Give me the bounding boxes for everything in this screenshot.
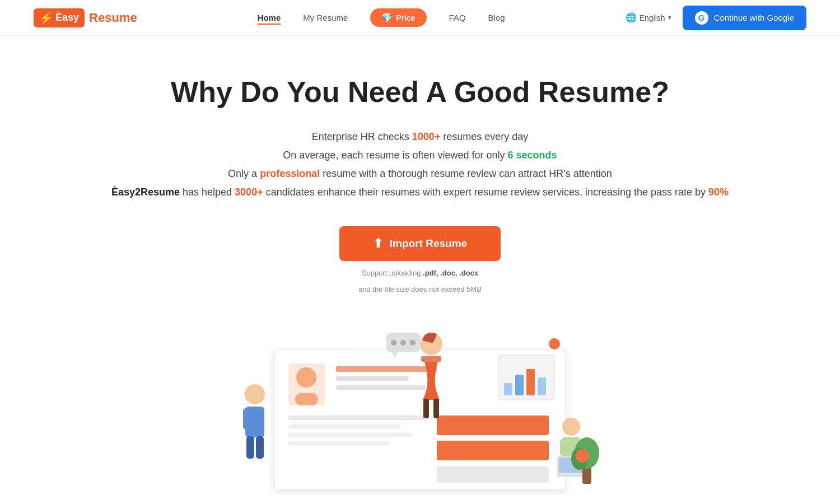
stat-line-2: On average, each resume is often viewed …	[283, 150, 557, 161]
import-btn-label: Import Resume	[390, 237, 467, 250]
svg-rect-18	[538, 377, 546, 395]
nav-item-faq[interactable]: FAQ	[449, 13, 466, 23]
svg-rect-16	[515, 375, 524, 395]
svg-rect-6	[336, 385, 426, 390]
svg-rect-21	[243, 408, 251, 430]
svg-point-40	[400, 340, 406, 346]
translate-icon: 🌐	[626, 12, 637, 23]
price-label: Price	[396, 13, 415, 22]
stat2-highlight: 6 seconds	[508, 150, 557, 161]
nav-item-blog[interactable]: Blog	[488, 13, 505, 23]
language-label: English	[640, 13, 665, 22]
stat4-h2: 90%	[708, 186, 729, 198]
nav-item-home[interactable]: Home	[258, 13, 281, 23]
svg-point-39	[391, 340, 396, 346]
logo-icon: ⚡ Èasy	[34, 8, 85, 27]
hero-illustration	[224, 327, 616, 495]
logo-easy: Èasy	[55, 12, 79, 24]
stat-line-4: Èasy2Resume has helped 3000+ candidates …	[111, 186, 729, 198]
svg-rect-9	[288, 433, 412, 437]
svg-point-41	[410, 340, 416, 346]
svg-rect-11	[437, 416, 549, 435]
file-support-text: Support uploading .pdf, .doc, .docx	[362, 269, 478, 277]
nav-item-price[interactable]: 💎 Price	[370, 8, 426, 27]
home-link[interactable]: Home	[258, 13, 281, 25]
svg-point-25	[562, 418, 580, 436]
google-icon: G	[695, 11, 708, 25]
my-resume-link[interactable]: My Resume	[303, 13, 348, 22]
svg-rect-23	[246, 436, 254, 459]
support-pre: Support uploading	[362, 269, 423, 277]
stat4-pre: has helped	[183, 186, 235, 198]
logo-text: Resume	[89, 11, 137, 25]
svg-rect-10	[288, 441, 389, 445]
stat3-post: resume with a thorough resume review can…	[323, 168, 612, 179]
faq-link[interactable]: FAQ	[449, 13, 466, 22]
nav-right: 🌐 English ▾ G Continue with Google	[626, 6, 806, 30]
svg-rect-4	[336, 366, 437, 372]
upload-icon: ⬆	[373, 236, 383, 251]
stat4-mid: candidates enhance their resumes with ex…	[266, 186, 708, 198]
gem-icon: 💎	[381, 12, 393, 23]
import-resume-button[interactable]: ⬆ Import Resume	[339, 226, 501, 261]
stat1-pre: Enterprise HR checks	[312, 131, 412, 142]
language-button[interactable]: 🌐 English ▾	[626, 12, 671, 23]
file-limit-text: and the file size does not exceed 5MB	[358, 285, 482, 293]
support-formats: .pdf, .doc, .docx	[423, 269, 478, 277]
stat4-h1: 3000+	[235, 186, 263, 198]
stat1-post: resumes every day	[443, 131, 528, 142]
svg-rect-34	[433, 399, 439, 418]
svg-rect-17	[526, 369, 535, 395]
blog-link[interactable]: Blog	[488, 13, 505, 22]
stat4-brand: Èasy2Resume	[111, 186, 180, 198]
stat-line-3: Only a professional resume with a thorou…	[228, 168, 612, 180]
svg-rect-3	[295, 393, 318, 405]
svg-rect-22	[255, 408, 263, 430]
import-area: ⬆ Import Resume Support uploading .pdf, …	[339, 226, 501, 293]
hero-title: Why Do You Need A Good Resume?	[171, 75, 669, 109]
nav-item-my-resume[interactable]: My Resume	[303, 13, 348, 23]
svg-point-44	[576, 449, 589, 463]
stat3-pre: Only a	[228, 168, 260, 179]
chevron-down-icon: ▾	[668, 14, 671, 21]
svg-rect-12	[437, 441, 549, 460]
svg-rect-24	[256, 436, 264, 459]
stat-line-1: Enterprise HR checks 1000+ resumes every…	[312, 131, 529, 143]
bolt-icon: ⚡	[39, 11, 53, 25]
nav-links: Home My Resume 💎 Price FAQ Blog	[258, 8, 505, 27]
price-button[interactable]: 💎 Price	[370, 8, 426, 27]
svg-rect-5	[336, 376, 409, 381]
svg-point-2	[296, 367, 316, 388]
svg-rect-27	[560, 439, 568, 456]
main-content: Why Do You Need A Good Resume? Enterpris…	[0, 36, 840, 495]
logo-link[interactable]: ⚡ Èasy Resume	[34, 8, 137, 27]
svg-rect-7	[288, 416, 428, 420]
google-btn-label: Continue with Google	[714, 13, 794, 22]
svg-rect-8	[288, 424, 400, 428]
svg-point-43	[549, 338, 560, 349]
svg-rect-33	[423, 399, 429, 418]
stat2-pre: On average, each resume is often viewed …	[283, 150, 507, 161]
svg-point-19	[245, 384, 265, 404]
navbar: ⚡ Èasy Resume Home My Resume 💎 Price FAQ…	[0, 0, 840, 36]
stat1-highlight: 1000+	[412, 131, 441, 142]
stat3-highlight: professional	[260, 168, 320, 179]
svg-rect-32	[421, 356, 441, 362]
stats-section: Enterprise HR checks 1000+ resumes every…	[111, 131, 729, 198]
logo-resume-text: Resume	[89, 11, 137, 25]
illustration-area	[0, 305, 840, 495]
svg-rect-15	[504, 383, 512, 395]
svg-rect-13	[437, 466, 549, 483]
continue-with-google-button[interactable]: G Continue with Google	[683, 6, 806, 30]
